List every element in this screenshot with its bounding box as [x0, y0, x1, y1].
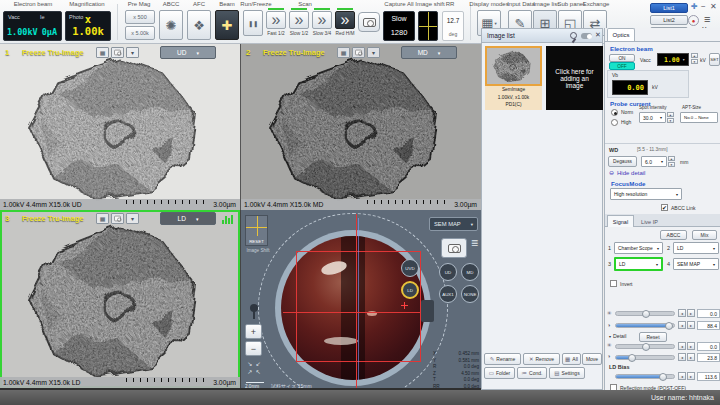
capture-photo-button[interactable] [358, 12, 380, 32]
hide-detail-link[interactable]: ⊖ Hide detail [609, 169, 645, 176]
record-button[interactable]: ● [688, 15, 699, 26]
slider-left-arrow[interactable]: ◂ [678, 342, 686, 350]
scan-slow34-button[interactable]: » [312, 11, 332, 29]
wd-dropdown[interactable]: 6.0▾ [641, 156, 667, 167]
folder-button[interactable]: ▭Folder [484, 367, 515, 379]
gun-off-button[interactable]: OFF [609, 62, 635, 70]
abcc-button[interactable]: ABCC [660, 230, 687, 240]
settings-button[interactable]: ▤Settings [549, 367, 585, 379]
abcc-button[interactable]: ✺ [159, 10, 183, 40]
afc-button[interactable]: ❖ [187, 10, 211, 40]
detail-contrast-slider[interactable] [615, 355, 675, 360]
tab-live-ip[interactable]: Live IP [635, 216, 664, 227]
detector-ud-button[interactable]: UD [439, 263, 457, 281]
image-shift-reset-button[interactable]: RESET [245, 215, 268, 246]
map-menu-icon[interactable]: ≡ [471, 236, 478, 250]
detector-select-dropdown[interactable]: UD ▾ [160, 46, 216, 59]
focus-mode-dropdown[interactable]: High resolution▾ [610, 188, 682, 200]
close-icon[interactable]: ✕ [710, 2, 717, 11]
remove-button[interactable]: ✕Remove [523, 353, 560, 365]
list1-button[interactable]: List1 [650, 3, 688, 13]
tab-signal[interactable]: Signal [607, 215, 634, 227]
reset-button[interactable]: Reset [639, 332, 667, 342]
detail-brightness-value[interactable]: 0.0 [697, 342, 720, 351]
beam-button[interactable]: ✚ [215, 10, 239, 40]
run-freeze-button[interactable]: ❚❚ [243, 10, 263, 36]
quadrant-capture-icon[interactable] [111, 47, 124, 58]
vacc-field[interactable]: 1.00 ▾ [657, 53, 689, 66]
quadrant-capture-icon[interactable] [352, 47, 365, 58]
detector-md-button[interactable]: MD [461, 263, 479, 281]
detector-aux1-button[interactable]: AUX1 [439, 285, 457, 303]
sem-image-quadrant-3[interactable]: 3 Freeze Tru-Image ▦ ▾ LD ▾ 1.00kV 4.4mm… [0, 210, 240, 388]
move-button[interactable]: Move [582, 353, 602, 365]
zoom-in-button[interactable]: + [245, 324, 262, 339]
zoom-out-button[interactable]: − [245, 341, 262, 356]
list2-button[interactable]: List2 [650, 15, 688, 25]
quadrant-display-icon[interactable]: ▦ [96, 213, 109, 224]
minimize-icon[interactable]: − [701, 2, 706, 11]
contrast-slider[interactable] [615, 323, 675, 328]
probe-high-radio[interactable] [611, 119, 618, 126]
invert-checkbox[interactable]: Invert [610, 280, 633, 287]
quadrant-display-icon[interactable]: ▦ [337, 47, 350, 58]
scan-red-button[interactable]: » [335, 11, 355, 29]
slider-right-arrow[interactable]: ▸ [687, 372, 695, 380]
spot-intensity-stepper[interactable]: ▴▾ [667, 112, 674, 123]
set-button[interactable]: SET [709, 53, 720, 66]
sem-image-quadrant-1[interactable]: 1 Freeze Tru-Image ▦ ▾ UD ▾ 1.00kV 4.4mm… [0, 44, 240, 210]
detector-select-dropdown[interactable]: MD ▾ [401, 46, 457, 59]
pre-mag-500-button[interactable]: x 500 [125, 10, 155, 24]
slider-left-arrow[interactable]: ◂ [678, 321, 686, 329]
probe-norm-radio[interactable] [611, 109, 618, 116]
channel-4-dropdown[interactable]: SEM MAP▾ [673, 258, 719, 270]
map-mode-dropdown[interactable]: SEM MAP ▾ [429, 217, 478, 231]
ld-bias-value[interactable]: 113.6 [697, 372, 720, 381]
pre-mag-5k-button[interactable]: x 5.00k [125, 26, 155, 40]
sem-image-quadrant-2[interactable]: 2 Freeze Tru-Image ▦ ▾ MD ▾ 1.00kV 4.4mm… [240, 44, 481, 210]
channel-2-dropdown[interactable]: LD▾ [673, 242, 719, 254]
vacc-stepper[interactable]: ▴▾ [691, 53, 698, 64]
detector-ld-button[interactable]: LD [401, 281, 419, 299]
detector-none-button[interactable]: NONE [461, 285, 479, 303]
quadrant-display-icon[interactable]: ▦ [96, 47, 109, 58]
rename-button[interactable]: ✎Rename [484, 353, 521, 365]
slider-right-arrow[interactable]: ▸ [687, 353, 695, 361]
ld-bias-slider[interactable] [615, 374, 675, 379]
brightness-slider[interactable] [615, 311, 675, 316]
spot-intensity-dropdown[interactable]: 30.0▾ [639, 112, 666, 123]
quadrant-dropdown-icon[interactable]: ▾ [126, 213, 139, 224]
cond-button[interactable]: ≔Cond. [517, 367, 547, 379]
apt-size-dropdown[interactable]: No.0 – None [680, 112, 718, 123]
thumbnail-sem-image[interactable] [485, 46, 542, 86]
menu-icon[interactable]: ≡ [704, 13, 710, 25]
quadrant-dropdown-icon[interactable]: ▾ [367, 47, 380, 58]
slider-left-arrow[interactable]: ◂ [678, 309, 686, 317]
move-window-icon[interactable]: ✚ [691, 2, 698, 11]
scan-fast-button[interactable]: » [266, 11, 286, 29]
close-icon[interactable]: ✕ [595, 31, 601, 39]
pin-icon[interactable] [570, 32, 577, 39]
panel-toggle-icon[interactable] [581, 33, 592, 39]
abcc-link-checkbox[interactable]: ✔ ABCC Link [661, 204, 695, 211]
sem-map-panel[interactable]: RESET Image Shift SEM MAP ▾ ≡ UVD LD UD … [240, 210, 481, 388]
mix-button[interactable]: Mix [692, 230, 717, 240]
detail-contrast-value[interactable]: 23.8 [697, 353, 720, 362]
slider-right-arrow[interactable]: ▸ [687, 342, 695, 350]
fit-view-icon[interactable]: ↘↙ ↗↖ [246, 360, 262, 376]
slider-left-arrow[interactable]: ◂ [678, 353, 686, 361]
channel-3-dropdown[interactable]: LD▾ [614, 257, 663, 271]
contrast-value[interactable]: 88.4 [697, 321, 720, 330]
tab-optics[interactable]: Optics [607, 28, 635, 41]
brightness-value[interactable]: 0.0 [697, 309, 720, 318]
scan-slow12-button[interactable]: » [289, 11, 309, 29]
gun-on-button[interactable]: ON [609, 54, 635, 62]
channel-1-dropdown[interactable]: Chamber Scope▾ [614, 242, 663, 254]
detail-toggle[interactable]: ▾ Detail [609, 333, 626, 339]
add-image-tile[interactable]: Click here for adding an image [546, 46, 603, 110]
wd-stepper[interactable]: ▴▾ [668, 156, 675, 167]
degauss-button[interactable]: Degauss [608, 156, 637, 167]
slider-right-arrow[interactable]: ▸ [687, 321, 695, 329]
quadrant-dropdown-icon[interactable]: ▾ [126, 47, 139, 58]
slider-left-arrow[interactable]: ◂ [678, 372, 686, 380]
